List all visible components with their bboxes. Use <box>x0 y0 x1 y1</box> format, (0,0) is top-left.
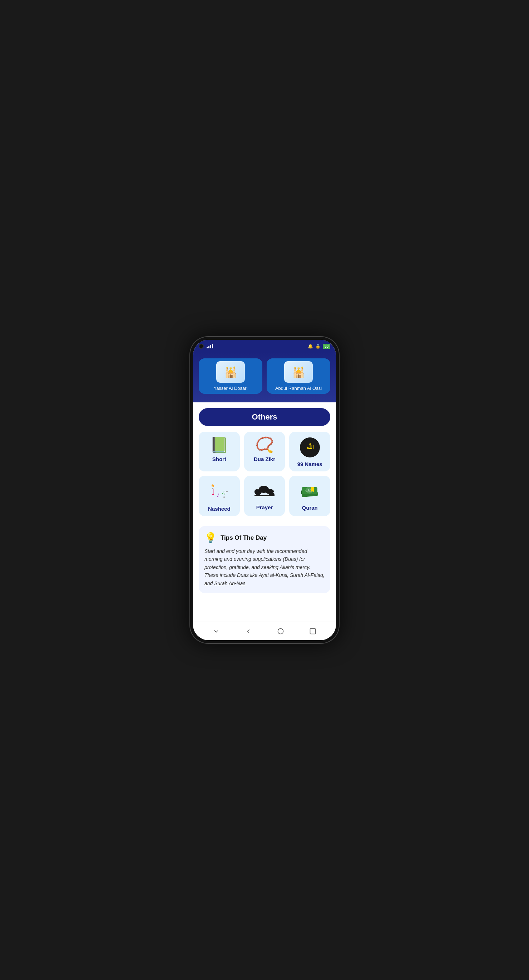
nav-back-button[interactable] <box>242 625 255 638</box>
nav-recents-button[interactable] <box>306 625 319 638</box>
svg-text:★: ★ <box>211 482 215 488</box>
prayer-label: Prayer <box>256 504 273 511</box>
lock-icon: 🔒 <box>315 344 321 349</box>
status-left <box>199 344 213 349</box>
grid-item-quran[interactable]: الكتاب Quran <box>289 476 330 516</box>
phone-screen: 🔔 🔒 30 🕌 Yasser Al Dosari 🕌 Abdul Rahman… <box>193 340 336 640</box>
bottom-nav <box>193 622 336 640</box>
tips-title: Tips Of The Day <box>221 535 267 541</box>
svg-point-13 <box>254 489 259 493</box>
grid-item-prayer[interactable]: Prayer <box>244 476 285 516</box>
alarm-icon: 🔔 <box>308 344 313 349</box>
others-header: Others <box>199 408 330 426</box>
grid-item-dua-zikr[interactable]: 📿 Dua Zikr <box>244 432 285 471</box>
grid-row-1: 📗 Short 📿 Dua Zikr اللّٰه <box>199 432 330 471</box>
svg-point-7 <box>226 491 228 492</box>
reciter-avatar-abdulrahman: 🕌 <box>284 361 313 383</box>
signal-icon <box>207 344 213 348</box>
nasheed-label: Nasheed <box>208 506 230 512</box>
tips-text: Start and end your day with the recommen… <box>205 547 324 587</box>
quran-label: Quran <box>302 505 318 511</box>
status-right: 🔔 🔒 30 <box>308 344 330 349</box>
camera-indicator <box>199 344 204 349</box>
grid-row-2: ★ ♩ ♪ ♫ Nasheed <box>199 476 330 516</box>
tips-bulb-icon: 💡 <box>205 532 217 544</box>
short-label: Short <box>212 456 226 462</box>
dua-zikr-label: Dua Zikr <box>254 456 275 462</box>
nav-home-button[interactable] <box>274 625 287 638</box>
quran-icon: الكتاب <box>300 481 319 501</box>
svg-text:♪: ♪ <box>216 491 220 499</box>
reciter-name-abdulrahman: Abdul Rahman Al Ossi <box>270 385 327 391</box>
reciters-section: 🕌 Yasser Al Dosari 🕌 Abdul Rahman Al Oss… <box>193 353 336 402</box>
battery-indicator: 30 <box>323 344 330 349</box>
reciter-name-yasser: Yasser Al Dosari <box>202 385 259 391</box>
svg-text:♩: ♩ <box>211 488 215 497</box>
tips-header: 💡 Tips Of The Day <box>205 532 324 544</box>
short-icon: 📗 <box>210 438 229 452</box>
grid-item-99-names[interactable]: اللّٰه 99 Names <box>289 432 330 471</box>
svg-rect-21 <box>310 628 316 634</box>
others-title: Others <box>252 412 277 421</box>
99-names-label: 99 Names <box>297 461 322 467</box>
tips-section: 💡 Tips Of The Day Start and end your day… <box>199 526 330 593</box>
svg-point-6 <box>212 488 213 489</box>
scroll-content[interactable]: 🕌 Yasser Al Dosari 🕌 Abdul Rahman Al Oss… <box>193 353 336 622</box>
svg-text:♫: ♫ <box>221 488 226 496</box>
svg-point-8 <box>223 496 225 498</box>
prayer-icon <box>254 481 275 501</box>
grid-item-short[interactable]: 📗 Short <box>199 432 240 471</box>
reciter-card-abdulrahman[interactable]: 🕌 Abdul Rahman Al Ossi <box>267 358 330 394</box>
svg-point-20 <box>278 628 283 634</box>
others-section: Others 📗 Short 📿 Dua Zikr <box>193 402 336 526</box>
svg-rect-14 <box>254 495 275 496</box>
phone-frame: 🔔 🔒 30 🕌 Yasser Al Dosari 🕌 Abdul Rahman… <box>189 336 340 644</box>
dua-zikr-icon: 📿 <box>255 438 274 452</box>
reciter-card-yasser[interactable]: 🕌 Yasser Al Dosari <box>199 358 262 394</box>
grid-item-nasheed[interactable]: ★ ♩ ♪ ♫ Nasheed <box>199 476 240 516</box>
allah-icon: اللّٰه <box>300 438 320 457</box>
status-bar: 🔔 🔒 30 <box>193 340 336 353</box>
reciter-avatar-yasser: 🕌 <box>216 361 245 383</box>
nasheed-icon: ★ ♩ ♪ ♫ <box>209 481 229 502</box>
nav-down-button[interactable] <box>210 625 223 638</box>
